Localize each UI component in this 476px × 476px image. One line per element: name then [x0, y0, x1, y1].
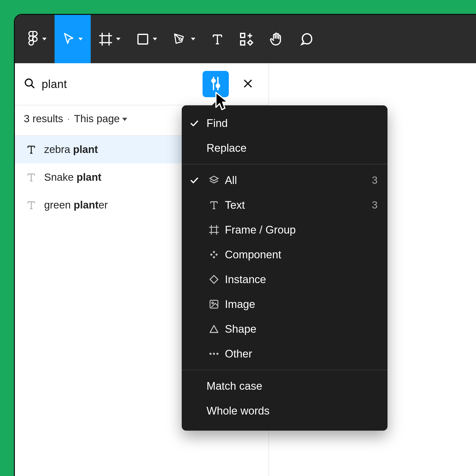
search-settings-popover: Find Replace All 3 Text 3	[182, 105, 387, 431]
svg-rect-5	[138, 34, 148, 44]
result-text: green planter	[44, 199, 108, 211]
svg-rect-13	[241, 33, 245, 37]
popover-filter-image[interactable]: Image	[182, 292, 387, 317]
svg-point-48	[212, 302, 213, 304]
popover-mode-find[interactable]: Find	[182, 111, 387, 136]
results-count: 3 results	[24, 113, 63, 125]
result-text: zebra plant	[44, 144, 98, 155]
search-row	[15, 63, 268, 105]
shape-icon	[203, 324, 225, 334]
component-icon	[203, 249, 225, 260]
svg-point-15	[25, 79, 32, 86]
text-tool[interactable]	[203, 15, 232, 63]
separator	[182, 164, 387, 164]
check-icon	[186, 177, 203, 184]
scope-label: This page	[74, 113, 119, 125]
search-icon	[24, 78, 36, 90]
chevron-down-icon	[116, 38, 120, 40]
popover-filter-text[interactable]: Text 3	[182, 193, 387, 217]
chevron-down-icon	[191, 38, 195, 40]
app-window: 3 results · This page	[15, 15, 476, 476]
frame-tool[interactable]	[91, 15, 128, 63]
chevron-down-icon	[153, 38, 157, 40]
popover-mode-replace[interactable]: Replace	[182, 136, 387, 160]
result-text: Snake plant	[44, 171, 101, 183]
popover-filter-shape[interactable]: Shape	[182, 317, 387, 341]
chevron-down-icon	[78, 38, 83, 40]
hand-icon	[269, 32, 284, 47]
instance-icon	[203, 274, 225, 285]
text-icon	[203, 200, 225, 210]
sliders-icon	[209, 76, 222, 92]
svg-point-18	[212, 79, 215, 82]
image-icon	[203, 299, 225, 309]
hand-tool[interactable]	[261, 15, 292, 63]
svg-rect-14	[241, 41, 245, 45]
svg-line-16	[31, 85, 34, 88]
popover-option-whole-words[interactable]: Whole words	[182, 398, 387, 423]
svg-point-20	[216, 84, 219, 87]
frame-icon	[99, 32, 113, 46]
text-icon	[26, 144, 37, 155]
svg-point-49	[209, 353, 211, 355]
top-toolbar	[15, 15, 476, 63]
pen-icon	[173, 32, 187, 46]
text-icon	[26, 200, 37, 210]
text-icon	[26, 172, 37, 182]
comment-icon	[299, 32, 313, 46]
popover-filter-all[interactable]: All 3	[182, 168, 387, 193]
popover-filter-other[interactable]: Other	[182, 341, 387, 366]
comment-tool[interactable]	[292, 15, 321, 63]
figma-logo-icon	[27, 31, 39, 47]
search-settings-button[interactable]	[203, 71, 229, 97]
rectangle-icon	[136, 33, 149, 46]
chevron-down-icon	[42, 38, 47, 40]
popover-filter-frame[interactable]: Frame / Group	[182, 217, 387, 242]
popover-filter-component[interactable]: Component	[182, 242, 387, 267]
layers-icon	[203, 175, 225, 186]
shape-tool[interactable]	[128, 15, 165, 63]
main-menu[interactable]	[19, 15, 55, 63]
pen-tool[interactable]	[165, 15, 203, 63]
frame-icon	[203, 225, 225, 235]
svg-point-51	[216, 353, 218, 355]
svg-point-50	[213, 353, 215, 355]
separator-dot: ·	[67, 113, 70, 125]
scope-selector[interactable]: This page	[74, 113, 127, 125]
move-cursor-icon	[62, 32, 75, 46]
close-icon	[242, 78, 253, 90]
text-icon	[211, 33, 224, 46]
search-input[interactable]	[42, 77, 197, 91]
popover-filter-instance[interactable]: Instance	[182, 267, 387, 292]
move-tool[interactable]	[55, 15, 91, 63]
separator	[182, 370, 387, 370]
resources-tool[interactable]	[232, 15, 261, 63]
chevron-down-icon	[122, 118, 127, 121]
resources-icon	[239, 32, 253, 46]
check-icon	[186, 119, 203, 127]
close-search-button[interactable]	[235, 71, 261, 97]
more-icon	[203, 352, 225, 355]
popover-option-match-case[interactable]: Match case	[182, 374, 387, 398]
